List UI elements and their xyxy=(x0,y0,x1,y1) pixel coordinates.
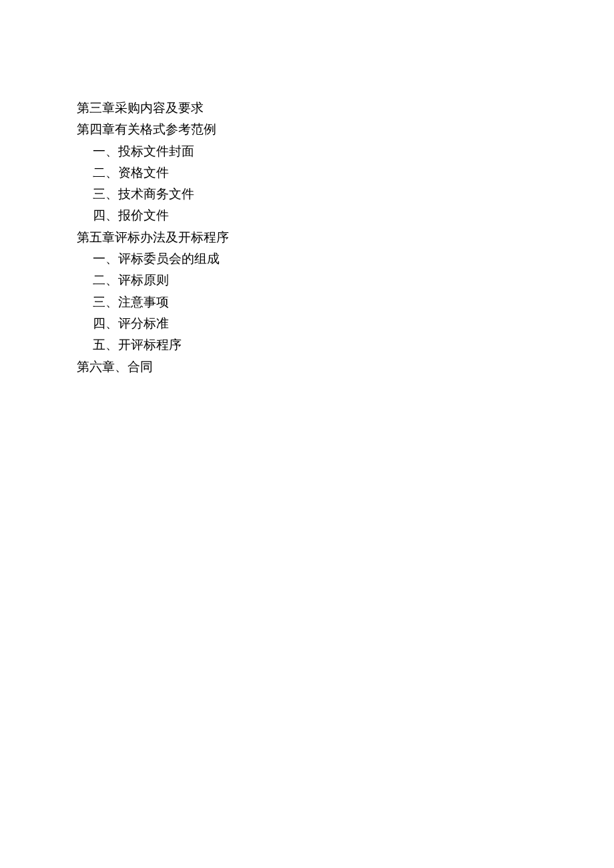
toc-chapter-5-item-3: 三、注意事项 xyxy=(77,292,614,313)
toc-chapter-3: 第三章采购内容及要求 xyxy=(77,97,614,119)
toc-chapter-4-item-1: 一、投标文件封面 xyxy=(77,141,614,162)
toc-chapter-4: 第四章有关格式参考范例 xyxy=(77,119,614,140)
toc-chapter-5-item-2: 二、评标原则 xyxy=(77,270,614,291)
toc-chapter-4-item-4: 四、报价文件 xyxy=(77,205,614,226)
toc-chapter-4-item-2: 二、资格文件 xyxy=(77,162,614,183)
toc-chapter-4-item-3: 三、技术商务文件 xyxy=(77,183,614,205)
toc-chapter-5-item-1: 一、评标委员会的组成 xyxy=(77,248,614,270)
toc-chapter-6: 第六章、合同 xyxy=(77,356,614,378)
toc-chapter-5-item-5: 五、开评标程序 xyxy=(77,334,614,356)
toc-chapter-5: 第五章评标办法及开标程序 xyxy=(77,227,614,248)
toc-chapter-5-item-4: 四、评分标准 xyxy=(77,313,614,334)
